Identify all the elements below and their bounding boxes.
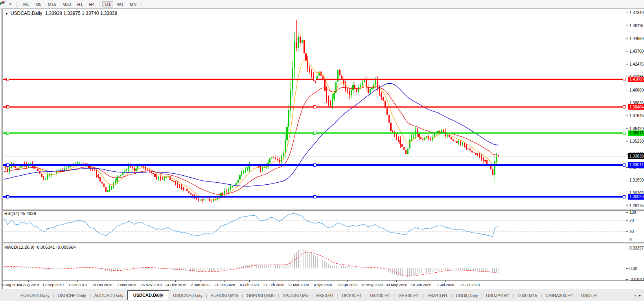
date-tick: 17 Mar 2020 [288,283,309,287]
price-tick-1.46115: 1.46115 [629,24,644,28]
svg-text:1.41060: 1.41060 [629,77,644,81]
hline-handle[interactable] [6,78,9,81]
chart-tab-EURUSD-Daily[interactable]: EURUSD,Daily [17,292,53,299]
tab-separator: | [311,293,313,298]
chart-tab-DJ30-M15[interactable]: DJ30,M15 [514,292,540,299]
price-tick-1.43700: 1.43700 [629,49,644,53]
macd-tick-0.00: 0.00 [629,266,637,271]
chart-tab-CHINA300-H4[interactable]: CHINA300,H4 [542,292,576,299]
date-tick: 19 Oct 2019 [92,283,112,287]
tab-separator: | [337,293,339,298]
hline-handle[interactable] [623,78,625,81]
hline-handle[interactable] [313,195,316,198]
macd-signal-line [4,252,499,276]
tab-separator: | [242,293,243,298]
title-caret-icon[interactable]: ▼ [5,12,8,16]
chart-tab-FRA40-H1[interactable]: FRA40,H1 [424,292,451,299]
date-tick: 4 Apr 2020 [314,283,332,287]
hline-handle[interactable] [6,195,9,198]
chart-tab-USDCNH-Daily[interactable]: USDCNH,Daily [170,292,206,299]
tab-scroll-right-icon[interactable]: ▸ [639,293,641,297]
price-tag-1.30020: 1.30020 [628,194,644,200]
chart-tab-USOil-Daily[interactable]: USOil,Daily [453,292,481,299]
hline-handle[interactable] [313,163,316,166]
hline-handle[interactable] [623,163,625,166]
macd-label: MACD(12,26,9) -0.005341 -0.005664 [4,245,76,250]
price-tag-1.33838: 1.33838 [628,153,644,159]
hline-handle[interactable] [623,106,625,108]
date-tick: 2 Jan 2020 [191,283,210,287]
chart-tab-AUDUSD-Daily[interactable]: AUDUSD,Daily [91,292,127,299]
rsi-tick-100: 100 [629,210,636,215]
tab-separator: | [206,293,207,298]
chart-tab-EURUSD-M15[interactable]: EURUSD,M15 [208,292,242,299]
date-tick: 8 Feb 2020 [240,283,259,287]
svg-text:1.30020: 1.30020 [629,195,644,199]
macd-histogram [4,249,499,277]
price-tag-1.41060: 1.41060 [628,77,644,82]
date-tick: 7 Jul 2020 [437,283,454,287]
price-tick-1.31590: 1.31590 [629,178,644,182]
date-tick: 24 Aug 2019 [18,283,39,287]
chart-tab-USDCAD-Daily[interactable]: USDCAD,Daily [127,290,169,300]
price-tag-1.38464: 1.38464 [628,104,644,110]
date-tick: 12 May 2020 [361,283,383,287]
date-tick: 25 Jul 2020 [460,283,480,287]
chart-tab-XAUUSD-M5[interactable]: XAUUSD,M5 [280,292,311,299]
tab-separator: | [541,293,542,298]
chart-tab-USDJPY-H1[interactable]: USDJPY,H1 [483,292,512,299]
chart-tab-UK100-H1[interactable]: UK100,H1 [367,292,393,299]
mt4-window: ▼ M1M5M15M30H1H4D1W1MN 1.473401.461151.4… [0,0,644,301]
chart-ohlc: 1.33928 1.33975 1.33740 1.33838 [45,11,118,16]
tab-separator: | [53,293,54,298]
chart-canvas: 1.473401.461151.448901.437001.424751.412… [0,0,644,301]
tab-separator: | [451,293,452,298]
date-tick: 26 Nov 2019 [140,283,162,287]
candles-layer [3,20,499,203]
chart-symbol: USDCAD,Daily [11,11,42,16]
hline-handle[interactable] [623,132,625,134]
hline-handle[interactable] [6,106,9,108]
rsi-line [4,213,499,237]
chart-tab-USDCHF-Daily[interactable]: USDCHF,Daily [55,292,89,299]
price-tick-1.29175: 1.29175 [629,204,644,208]
chart-title: ▼USDCAD,Daily1.33928 1.33975 1.33740 1.3… [5,11,117,16]
tab-separator: | [481,293,482,298]
rsi-label: RSI(14) 45.4829 [4,211,36,216]
hline-handle[interactable] [6,132,9,134]
chart-tab-UK100-H1[interactable]: UK100,H1 [339,292,365,299]
hline-handle[interactable] [6,163,9,166]
tab-scroll-left-icon[interactable]: ◂ [634,293,636,297]
hline-handle[interactable] [313,132,316,134]
svg-text:1.38464: 1.38464 [629,105,644,109]
chart-tab-GBPUSD-M30[interactable]: GBPUSD,M30 [243,292,278,299]
price-tick-1.47340: 1.47340 [629,11,644,15]
tab-separator: | [278,293,279,298]
hline-handle[interactable] [623,195,625,198]
price-tick-1.36420: 1.36420 [629,127,644,131]
ma-line-2 [4,87,499,195]
date-tick: 1 Oct 2019 [68,283,86,287]
chart-tabs-bar: EURUSD,Daily|USDCHF,Daily|AUDUSD,DailyUS… [0,289,644,301]
rsi-tick-30: 30 [629,229,634,234]
price-tick-1.42475: 1.42475 [629,62,644,66]
date-tick: 27 Feb 2020 [263,283,284,287]
macd-tick--0.01815: -0.01815 [629,277,644,282]
price-tick-1.40060: 1.40060 [629,88,644,92]
rsi-tick-70: 70 [629,218,634,223]
rsi-tick-0: 0 [629,238,632,242]
hline-handle[interactable] [313,78,316,81]
date-tick: 18 Jun 2020 [411,283,431,287]
svg-text:1.33011: 1.33011 [629,163,644,167]
tab-separator: | [90,293,91,298]
tab-separator: | [394,293,395,298]
tab-separator: | [423,293,424,298]
chart-tab-HK50-H1[interactable]: HK50,H1 [313,292,337,299]
hline-handle[interactable] [313,106,316,108]
price-axis: 1.473401.461151.448901.437001.424751.412… [2,11,644,287]
svg-text:1.36015: 1.36015 [629,131,644,135]
price-tag-1.33011: 1.33011 [628,162,644,168]
chart-tab-GER30-H1[interactable]: GER30,H1 [395,292,422,299]
price-tick-1.44890: 1.44890 [629,37,644,41]
chart-tab-USOil-H[interactable]: USOil,H [578,292,600,299]
